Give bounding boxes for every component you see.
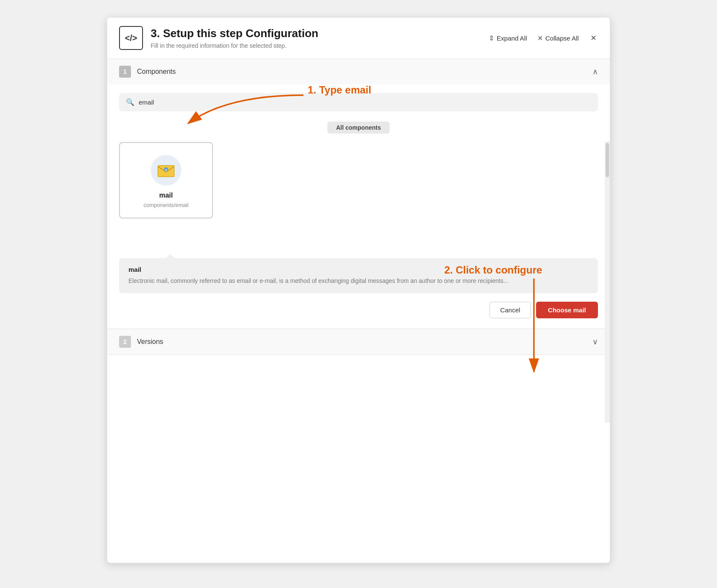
section-2-title: Versions (137, 338, 592, 346)
section-components: 1 Components ∧ 🔍 All components (107, 59, 610, 329)
component-grid: @ mail components/email (119, 142, 598, 218)
header-text: 3. Setup this step Configuration Fill in… (151, 27, 481, 49)
section-versions: 2 Versions ∨ (107, 329, 610, 355)
chevron-up-icon: ∧ (592, 67, 598, 76)
component-path: components/email (143, 202, 189, 208)
modal-title: 3. Setup this step Configuration (151, 27, 481, 40)
modal-header: </> 3. Setup this step Configuration Fil… (107, 17, 610, 59)
step-icon: </> (119, 26, 143, 50)
section-versions-header[interactable]: 2 Versions ∨ (107, 329, 610, 355)
component-name: mail (159, 192, 173, 199)
expand-all-icon: ⇕ (489, 34, 494, 42)
component-card-mail[interactable]: @ mail components/email (119, 142, 213, 218)
close-button[interactable]: × (589, 31, 598, 45)
component-grid-wrapper: @ mail components/email (119, 142, 598, 262)
component-icon-circle: @ (151, 155, 181, 186)
section-components-header[interactable]: 1 Components ∧ (107, 59, 610, 84)
collapse-all-icon: ✕ (537, 34, 543, 42)
choose-mail-button[interactable]: Choose mail (536, 302, 598, 318)
svg-text:@: @ (165, 169, 168, 172)
section-2-number: 2 (119, 336, 131, 348)
search-icon: 🔍 (126, 98, 134, 106)
collapse-all-button[interactable]: ✕ Collapse All (537, 34, 579, 42)
header-actions: ⇕ Expand All ✕ Collapse All × (489, 31, 598, 45)
scrollbar-track[interactable] (605, 141, 610, 423)
search-input[interactable] (139, 99, 591, 106)
section-components-body: 🔍 All components (107, 84, 610, 262)
section-1-number: 1 (119, 66, 131, 78)
search-container: 🔍 (119, 93, 598, 111)
chevron-down-icon: ∨ (592, 337, 598, 346)
components-label-row: All components (119, 122, 598, 134)
footer-buttons: Cancel Choose mail (107, 293, 610, 329)
mail-icon: @ (157, 163, 175, 177)
modal-subtitle: Fill in the required information for the… (151, 42, 481, 49)
tooltip-description: Electronic mail, commonly referred to as… (128, 277, 589, 285)
expand-all-button[interactable]: ⇕ Expand All (489, 34, 527, 42)
scrollbar-thumb[interactable] (606, 143, 609, 177)
tooltip-title: mail (128, 266, 589, 273)
all-components-label: All components (327, 122, 389, 134)
modal-container: </> 3. Setup this step Configuration Fil… (107, 17, 610, 563)
tooltip-bubble: mail Electronic mail, commonly referred … (119, 258, 598, 293)
cancel-button[interactable]: Cancel (490, 302, 531, 318)
tooltip-section: mail Electronic mail, commonly referred … (107, 258, 610, 293)
section-1-title: Components (137, 68, 592, 76)
